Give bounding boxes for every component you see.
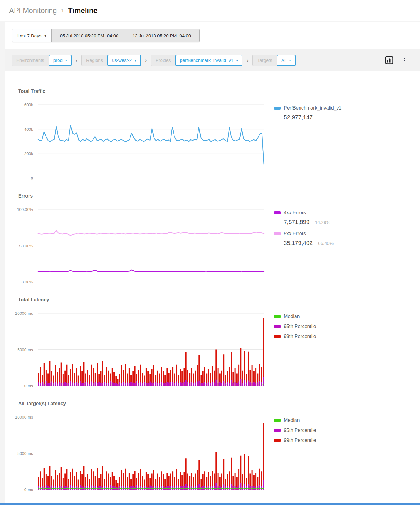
- axis-tick-label: 100.00%: [17, 207, 33, 212]
- filter-environments-label: Environments: [12, 55, 49, 66]
- total-traffic-legend: PerfBenchmark_invalid_v152,977,147: [274, 105, 405, 126]
- legend-item[interactable]: PerfBenchmark_invalid_v1: [274, 105, 405, 111]
- legend-value-row: 52,977,147: [284, 114, 405, 121]
- legend-value-row: 7,571,89914.29%: [284, 219, 405, 225]
- legend-item[interactable]: 95th Percentile: [274, 323, 405, 330]
- app-header: API Monitoring › Timeline: [0, 0, 420, 21]
- errors-plot[interactable]: [38, 209, 264, 282]
- charts-panel: Total Traffic 600k400k200k0 PerfBenchmar…: [5, 71, 420, 505]
- legend-percent: 14.29%: [315, 220, 330, 225]
- legend-item[interactable]: Median: [274, 417, 405, 423]
- legend-value-row: 35,179,40266.40%: [284, 240, 405, 246]
- chart-all-targets-latency: All Target(s) Latency 10000 ms5000 ms0 m…: [5, 400, 420, 490]
- axis-tick-label: 5000 ms: [17, 451, 33, 456]
- legend-label: 4xx Errors: [284, 210, 306, 215]
- time-range-dropdown[interactable]: Last 7 Days ▾: [12, 29, 52, 42]
- kebab-menu-icon[interactable]: ⋮: [401, 57, 408, 64]
- legend-item[interactable]: 5xx Errors: [274, 230, 405, 237]
- axis-tick-label: 400k: [24, 127, 33, 131]
- series-99th-percentile: [39, 423, 263, 490]
- page-title: Timeline: [68, 6, 97, 15]
- legend-item[interactable]: 99th Percentile: [274, 437, 405, 443]
- filter-bar: Environments prod ▾ › Regions us-west-2 …: [5, 49, 420, 71]
- y-axis-labels: 600k400k200k0: [5, 105, 38, 178]
- chart-title: Total Traffic: [18, 88, 420, 95]
- legend-label: 99th Percentile: [284, 334, 316, 339]
- all-targets-latency-plot[interactable]: [38, 417, 264, 490]
- caret-down-icon: ▾: [236, 58, 238, 63]
- filter-separator-icon: ›: [76, 57, 77, 64]
- legend-percent: 66.40%: [318, 241, 334, 246]
- date-toolbar: Last 7 Days ▾ 05 Jul 2018 05:20 PM -04:0…: [5, 22, 420, 49]
- legend-item[interactable]: 4xx Errors: [274, 209, 405, 216]
- filter-proxies-dropdown[interactable]: perfBenchmark_invalid_v1 ▾: [175, 55, 243, 66]
- breadcrumb-root[interactable]: API Monitoring: [9, 6, 57, 15]
- series-5xx-errors: [38, 230, 264, 235]
- legend-swatch-icon: [274, 419, 281, 422]
- date-range-group: Last 7 Days ▾ 05 Jul 2018 05:20 PM -04:0…: [12, 29, 200, 42]
- filter-targets-value: All: [281, 58, 286, 63]
- chart-total-latency: Total Latency 10000 ms5000 ms0 ms Median…: [5, 297, 420, 386]
- filter-targets: Targets All ▾: [252, 55, 296, 66]
- breadcrumb-separator-icon: ›: [61, 6, 64, 15]
- legend-swatch-icon: [274, 335, 281, 338]
- axis-tick-label: 10000 ms: [15, 415, 33, 419]
- end-date: 12 Jul 2018 05:20 PM -04:00: [132, 33, 191, 38]
- y-axis-labels: 10000 ms5000 ms0 ms: [5, 313, 38, 386]
- bottom-accent-bar: [0, 503, 420, 505]
- legend-swatch-icon: [274, 107, 281, 110]
- filter-environments-dropdown[interactable]: prod ▾: [49, 55, 72, 66]
- legend-swatch-icon: [274, 429, 281, 432]
- axis-tick-label: 0 ms: [24, 487, 33, 492]
- axis-tick-label: 10000 ms: [15, 311, 33, 316]
- filter-regions: Regions us-west-2 ▾: [81, 55, 141, 66]
- legend-swatch-icon: [274, 211, 281, 214]
- legend-label: 5xx Errors: [284, 231, 306, 236]
- filter-environments-value: prod: [53, 58, 63, 63]
- filter-environments: Environments prod ▾: [12, 55, 72, 66]
- filter-separator-icon: ›: [145, 57, 147, 64]
- filter-proxies-label: Proxies: [151, 55, 175, 66]
- legend-item[interactable]: Median: [274, 313, 405, 320]
- caret-down-icon: ▾: [65, 58, 67, 63]
- caret-down-icon: ▾: [134, 58, 136, 63]
- legend-label: PerfBenchmark_invalid_v1: [284, 105, 341, 111]
- filter-targets-dropdown[interactable]: All ▾: [277, 55, 296, 66]
- legend-label: 95th Percentile: [284, 428, 316, 433]
- start-date: 05 Jul 2018 05:20 PM -04:00: [60, 33, 119, 38]
- date-range-display[interactable]: 05 Jul 2018 05:20 PM -04:00 12 Jul 2018 …: [52, 29, 199, 42]
- errors-legend: 4xx Errors7,571,89914.29%5xx Errors35,17…: [274, 209, 405, 251]
- filter-separator-icon: ›: [246, 57, 248, 64]
- legend-label: 99th Percentile: [284, 438, 316, 443]
- legend-label: Median: [284, 314, 300, 319]
- axis-tick-label: 0 ms: [24, 384, 33, 388]
- axis-tick-label: 5000 ms: [17, 347, 33, 352]
- caret-down-icon: ▾: [289, 58, 291, 63]
- filter-regions-dropdown[interactable]: us-west-2 ▾: [107, 55, 141, 66]
- filter-proxies: Proxies perfBenchmark_invalid_v1 ▾: [151, 55, 243, 66]
- legend-swatch-icon: [274, 439, 281, 442]
- total-latency-plot[interactable]: [38, 313, 264, 386]
- legend-item[interactable]: 99th Percentile: [274, 333, 405, 340]
- series-99th-percentile: [39, 318, 263, 386]
- series-median: [38, 385, 264, 385]
- y-axis-labels: 100.00%50.00%0.00%: [5, 209, 38, 282]
- legend-swatch-icon: [274, 315, 281, 318]
- filter-regions-label: Regions: [81, 55, 107, 66]
- axis-tick-label: 0: [31, 176, 33, 181]
- axis-tick-label: 600k: [24, 103, 33, 107]
- total-traffic-plot[interactable]: [38, 105, 264, 178]
- chart-view-icon[interactable]: [385, 56, 393, 64]
- series-perfbenchmark-invalid-v1: [38, 126, 264, 164]
- all-targets-latency-legend: Median95th Percentile99th Percentile: [274, 417, 405, 447]
- series-4xx-errors: [38, 270, 264, 272]
- chart-errors: Errors 100.00%50.00%0.00% 4xx Errors7,57…: [5, 193, 420, 282]
- legend-swatch-icon: [274, 232, 281, 235]
- legend-label: Median: [284, 418, 300, 423]
- filter-regions-value: us-west-2: [112, 58, 132, 63]
- chart-title: Errors: [18, 193, 420, 199]
- legend-label: 95th Percentile: [284, 324, 316, 329]
- legend-item[interactable]: 95th Percentile: [274, 427, 405, 433]
- axis-tick-label: 0.00%: [22, 280, 33, 284]
- axis-tick-label: 200k: [24, 151, 33, 156]
